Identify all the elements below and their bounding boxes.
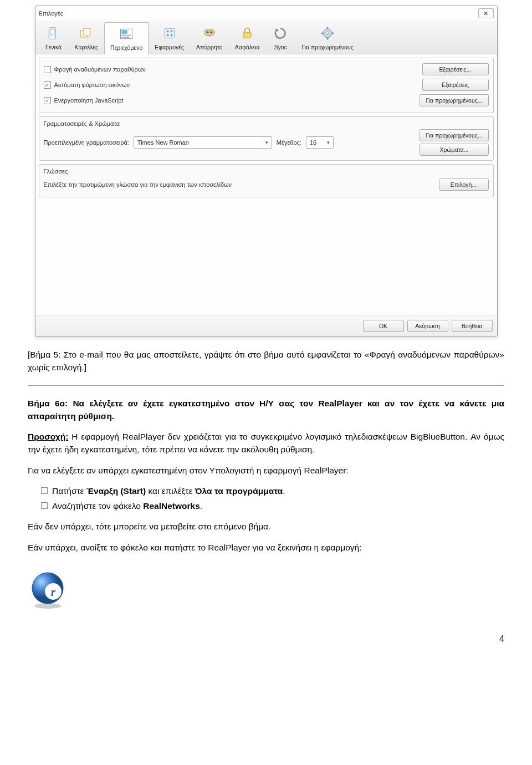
help-button[interactable]: Βοήθεια — [452, 320, 493, 332]
gear-icon — [319, 24, 336, 42]
svg-rect-7 — [121, 37, 129, 38]
svg-rect-6 — [121, 35, 131, 36]
list-item: Πατήστε Έναρξη (Start) και επιλέξτε Όλα … — [41, 484, 504, 497]
divider — [28, 385, 504, 386]
svg-rect-11 — [166, 34, 168, 37]
tab-label: Για προχωρημένους — [301, 44, 353, 50]
size-select[interactable]: 16 — [306, 136, 334, 149]
applications-icon — [161, 24, 178, 42]
svg-text:r: r — [51, 585, 56, 599]
caution-paragraph: Προσοχή: Η εφαρμογή RealPlayer δεν χρειά… — [28, 430, 504, 456]
dialog-title: Επιλογές — [39, 10, 64, 17]
tab-tabs[interactable]: Καρτέλες — [69, 22, 105, 54]
svg-rect-15 — [243, 32, 251, 38]
bullet-list: Πατήστε Έναρξη (Start) και επιλέξτε Όλα … — [28, 484, 504, 513]
lang-title: Γλώσσες — [44, 168, 489, 175]
close-icon: ✕ — [483, 10, 488, 17]
svg-point-17 — [326, 32, 329, 34]
step6-heading: Βήμα 6ο: Να ελέγξετε αν έχετε εγκατεστημ… — [28, 397, 504, 423]
svg-rect-10 — [170, 30, 172, 33]
content-icon — [117, 25, 135, 43]
titlebar: Επιλογές ✕ — [35, 6, 497, 21]
tab-label: Απόρρητο — [196, 44, 223, 50]
general-icon — [45, 24, 63, 42]
sync-icon — [272, 24, 289, 42]
tab-applications[interactable]: Εφαρμογές — [149, 22, 190, 54]
default-font-label: Προεπιλεγμένη γραμματοσειρά: — [44, 139, 129, 146]
options-dialog: Επιλογές ✕ Γενικά Καρτέλες Περιεχόμενο — [35, 6, 498, 337]
block-popups-label: Φραγή αναδυόμενων παραθύρων — [54, 66, 146, 73]
svg-rect-5 — [121, 30, 127, 34]
mask-icon — [201, 24, 218, 42]
ok-button[interactable]: OK — [363, 320, 404, 332]
svg-point-14 — [211, 32, 213, 34]
tab-label: Sync — [274, 44, 287, 50]
svg-rect-9 — [166, 30, 168, 33]
colors-button[interactable]: Χρώματα... — [420, 144, 488, 156]
tab-label: Καρτέλες — [75, 44, 99, 50]
fonts-advanced-button[interactable]: Για προχωρημένους... — [420, 129, 488, 141]
page-number: 4 — [28, 633, 504, 646]
size-value: 16 — [310, 139, 316, 146]
tab-general[interactable]: Γενικά — [39, 22, 69, 54]
svg-rect-3 — [84, 28, 90, 35]
document-body: [Βήμα 5: Στο e-mail που θα μας αποστείλε… — [28, 348, 504, 646]
js-advanced-button[interactable]: Για προχωρημένους... — [420, 94, 488, 106]
block-popups-checkbox[interactable] — [44, 66, 51, 73]
tab-sync[interactable]: Sync — [265, 22, 295, 54]
enable-js-checkbox[interactable]: ✓ — [44, 97, 51, 104]
spacer — [39, 201, 494, 312]
lock-icon — [238, 24, 256, 42]
realplayer-icon: r — [28, 570, 68, 610]
svg-rect-12 — [170, 34, 172, 37]
tab-content[interactable]: Περιεχόμενο — [104, 22, 149, 54]
popups-group: Φραγή αναδυόμενων παραθύρων Εξαιρέσεις..… — [39, 58, 494, 113]
tab-label: Ασφάλεια — [235, 44, 260, 50]
dialog-footer: OK Ακύρωση Βοήθεια — [35, 315, 497, 336]
svg-point-13 — [207, 32, 209, 34]
tab-strip: Γενικά Καρτέλες Περιεχόμενο Εφαρμογές Απ… — [35, 21, 497, 54]
not-exists-line: Εάν δεν υπάρχει, τότε μπορείτε να μεταβε… — [28, 520, 504, 533]
tabs-icon — [78, 24, 95, 42]
tab-label: Εφαρμογές — [155, 44, 184, 50]
svg-rect-1 — [50, 29, 54, 34]
fonts-group: Γραμματοσειρές & Χρώματα Προεπιλεγμένη γ… — [39, 116, 494, 161]
load-images-checkbox[interactable]: ✓ — [44, 81, 51, 89]
popups-exceptions-button[interactable]: Εξαιρέσεις... — [422, 63, 489, 75]
tab-security[interactable]: Ασφάλεια — [229, 22, 266, 54]
lang-desc: Επιλέξτε την προτιμώμενη γλώσσα για την … — [44, 181, 232, 188]
size-label: Μέγεθος: — [277, 139, 301, 146]
tab-privacy[interactable]: Απόρρητο — [190, 22, 229, 54]
languages-group: Γλώσσες Επιλέξτε την προτιμώμενη γλώσσα … — [39, 164, 494, 197]
enable-js-label: Ενεργοποίηση JavaScript — [54, 97, 124, 104]
images-exceptions-button[interactable]: Εξαιρέσεις — [422, 79, 489, 91]
exists-line: Εάν υπάρχει, ανοίξτε το φάκελο και πατήσ… — [28, 541, 504, 554]
step5-text: [Βήμα 5: Στο e-mail που θα μας αποστείλε… — [28, 348, 504, 374]
font-value: Times New Roman — [137, 139, 189, 146]
svg-rect-8 — [165, 28, 175, 38]
font-select[interactable]: Times New Roman — [134, 136, 272, 149]
cancel-button[interactable]: Ακύρωση — [407, 320, 448, 332]
content-panel: Φραγή αναδυόμενων παραθύρων Εξαιρέσεις..… — [35, 54, 497, 315]
check-line: Για να ελέγξετε αν υπάρχει εγκατεστημένη… — [28, 464, 504, 477]
fonts-title: Γραμματοσειρές & Χρώματα — [44, 120, 489, 127]
list-item: Αναζητήστε τον φάκελο RealNetworks. — [41, 499, 504, 512]
tab-label: Γενικά — [45, 44, 62, 50]
tab-label: Περιεχόμενο — [110, 44, 142, 51]
load-images-label: Αυτόματη φόρτωση εικόνων — [54, 81, 130, 88]
close-button[interactable]: ✕ — [478, 8, 494, 18]
tab-advanced[interactable]: Για προχωρημένους — [295, 22, 359, 54]
lang-choose-button[interactable]: Επιλογή... — [439, 178, 489, 191]
